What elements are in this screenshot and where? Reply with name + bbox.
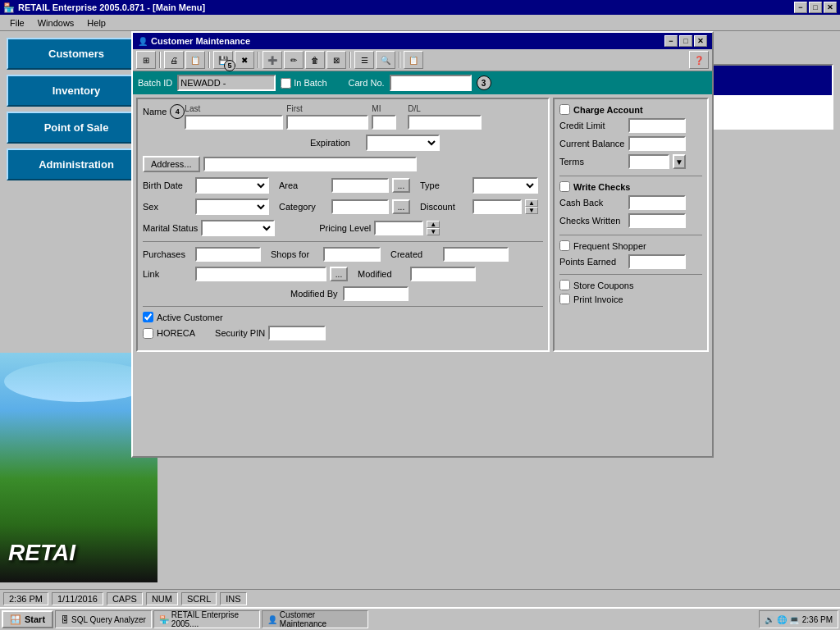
credit-limit-input[interactable] bbox=[628, 118, 686, 133]
toolbar-btn-x[interactable]: ⊠ bbox=[326, 51, 346, 69]
menu-bar: File Windows Help bbox=[0, 15, 840, 31]
checks-written-row: Checks Written bbox=[559, 213, 702, 228]
marital-status-select[interactable] bbox=[201, 220, 275, 236]
name-label: Name bbox=[143, 107, 167, 116]
link-ellipsis-btn[interactable]: ... bbox=[330, 267, 348, 281]
address-button[interactable]: Address... bbox=[143, 156, 200, 172]
cash-back-input[interactable] bbox=[628, 195, 686, 210]
toolbar-btn-add[interactable]: ➕ bbox=[262, 51, 282, 69]
type-select[interactable] bbox=[472, 177, 538, 194]
sidebar-item-administration[interactable]: Administration bbox=[7, 148, 146, 180]
created-input[interactable] bbox=[443, 247, 509, 262]
menu-file[interactable]: File bbox=[3, 16, 31, 30]
app-icon: 🏪 bbox=[3, 2, 15, 13]
card-no-input[interactable] bbox=[390, 75, 472, 91]
right-divider-3 bbox=[559, 274, 702, 275]
minimize-btn[interactable]: − bbox=[794, 2, 807, 13]
area-ellipsis-btn[interactable]: ... bbox=[392, 178, 410, 193]
horeca-checkbox[interactable] bbox=[143, 328, 153, 339]
store-coupons-label: Store Coupons bbox=[573, 281, 633, 290]
terms-dropdown-btn[interactable]: ▼ bbox=[673, 154, 686, 169]
charge-account-checkbox[interactable] bbox=[559, 104, 570, 115]
last-name-input[interactable] bbox=[185, 115, 283, 130]
taskbar-item-0[interactable]: 🗄 SQL Query Analyzer bbox=[55, 610, 152, 628]
store-coupons-checkbox[interactable] bbox=[559, 280, 570, 290]
toolbar-btn-nav[interactable]: ⊞ bbox=[136, 51, 156, 69]
frequent-shopper-checkbox[interactable] bbox=[559, 240, 570, 251]
security-pin-label: Security PIN bbox=[215, 328, 265, 338]
toolbar-btn-print[interactable]: 🖨 bbox=[164, 51, 184, 69]
taskbar-item-1[interactable]: 🏪 RETAIL Enterprise 2005.... bbox=[153, 610, 260, 628]
pricing-level-label: Pricing Level bbox=[319, 223, 371, 233]
discount-down-btn[interactable]: ▼ bbox=[525, 207, 538, 214]
mi-input[interactable] bbox=[372, 115, 396, 130]
in-batch-checkbox[interactable] bbox=[281, 78, 291, 89]
toolbar-btn-edit[interactable]: ✏ bbox=[284, 51, 304, 69]
sidebar-logo-text: RETAI bbox=[8, 540, 75, 566]
current-balance-row: Current Balance bbox=[559, 136, 702, 151]
toolbar-btn-misc[interactable]: 📋 bbox=[404, 51, 423, 69]
purchases-input[interactable] bbox=[195, 247, 261, 262]
discount-input[interactable] bbox=[472, 199, 522, 214]
points-earned-input[interactable] bbox=[628, 254, 686, 269]
pricing-down-btn[interactable]: ▼ bbox=[427, 228, 440, 235]
toolbar-btn-delete[interactable]: 🗑 bbox=[305, 51, 325, 69]
pricing-level-input[interactable] bbox=[374, 221, 423, 235]
discount-up-btn[interactable]: ▲ bbox=[525, 199, 538, 207]
modified-input[interactable] bbox=[410, 267, 476, 281]
toolbar-btn-list[interactable]: ☰ bbox=[354, 51, 374, 69]
sidebar-item-point-of-sale[interactable]: Point of Sale bbox=[7, 112, 146, 144]
batch-id-input[interactable] bbox=[177, 75, 276, 91]
category-input[interactable] bbox=[331, 199, 389, 214]
toolbar-btn-cancel[interactable]: ✖ bbox=[235, 51, 254, 69]
area-input[interactable] bbox=[331, 178, 389, 193]
toolbar-btn-search[interactable]: 🔍 bbox=[376, 51, 395, 69]
category-ellipsis-btn[interactable]: ... bbox=[392, 199, 410, 214]
security-pin-input[interactable] bbox=[268, 326, 326, 340]
dialog-min-btn[interactable]: − bbox=[664, 35, 678, 47]
address-input[interactable] bbox=[203, 157, 417, 171]
current-balance-input[interactable] bbox=[628, 136, 686, 151]
shops-for-input[interactable] bbox=[323, 247, 381, 262]
dialog-max-btn[interactable]: □ bbox=[679, 35, 692, 47]
taskbar-icon-1: 🏪 bbox=[159, 615, 169, 624]
toolbar-btn-save[interactable]: 💾 5 bbox=[213, 51, 233, 69]
active-customer-checkbox[interactable] bbox=[143, 312, 153, 322]
first-name-input[interactable] bbox=[286, 115, 368, 130]
birth-date-select[interactable] bbox=[195, 177, 269, 194]
dialog-title-bar: 👤 Customer Maintenance − □ ✕ bbox=[133, 33, 712, 49]
taskbar-item-2[interactable]: 👤 Customer Maintenance bbox=[262, 610, 368, 628]
expiration-select[interactable] bbox=[366, 135, 440, 151]
toolbar-btn-help[interactable]: ❓ bbox=[689, 51, 709, 69]
windows-icon: 🪟 bbox=[10, 614, 21, 625]
name-fields: Last First MI D/L bbox=[185, 104, 543, 130]
modified-by-input[interactable] bbox=[343, 286, 409, 301]
dl-input[interactable] bbox=[408, 115, 482, 130]
maximize-btn[interactable]: □ bbox=[809, 2, 822, 13]
customer-maintenance-dialog: 👤 Customer Maintenance − □ ✕ ⊞ 🖨 📋 💾 5 ✖… bbox=[131, 31, 714, 458]
purchases-row: Purchases Shops for Created bbox=[143, 247, 543, 262]
close-btn[interactable]: ✕ bbox=[824, 2, 837, 13]
charge-account-section: Charge Account Credit Limit Current Bala… bbox=[559, 104, 702, 169]
sex-select[interactable] bbox=[195, 199, 269, 215]
batch-row: Batch ID In Batch Card No. 3 bbox=[133, 71, 712, 94]
write-checks-label: Write Checks bbox=[573, 182, 631, 192]
sidebar-item-customers[interactable]: Customers bbox=[7, 38, 146, 70]
write-checks-checkbox[interactable] bbox=[559, 181, 570, 192]
toolbar-sep-3 bbox=[258, 52, 259, 68]
menu-help[interactable]: Help bbox=[80, 16, 112, 30]
terms-label: Terms bbox=[559, 157, 625, 167]
first-name-col: First bbox=[286, 104, 368, 130]
toolbar-btn-document[interactable]: 📋 bbox=[185, 51, 205, 69]
taskbar-tray: 🔊 🌐 💻 2:36 PM bbox=[759, 610, 838, 628]
print-invoice-checkbox[interactable] bbox=[559, 294, 570, 304]
dialog-close-btn[interactable]: ✕ bbox=[694, 35, 707, 47]
checks-written-input[interactable] bbox=[628, 213, 686, 228]
link-input[interactable] bbox=[195, 267, 326, 281]
terms-input[interactable] bbox=[628, 154, 669, 169]
form-right: Charge Account Credit Limit Current Bala… bbox=[553, 98, 709, 352]
pricing-up-btn[interactable]: ▲ bbox=[427, 221, 440, 228]
start-button[interactable]: 🪟 Start bbox=[2, 610, 53, 628]
sidebar-item-inventory[interactable]: Inventory bbox=[7, 75, 146, 107]
menu-windows[interactable]: Windows bbox=[31, 16, 81, 30]
